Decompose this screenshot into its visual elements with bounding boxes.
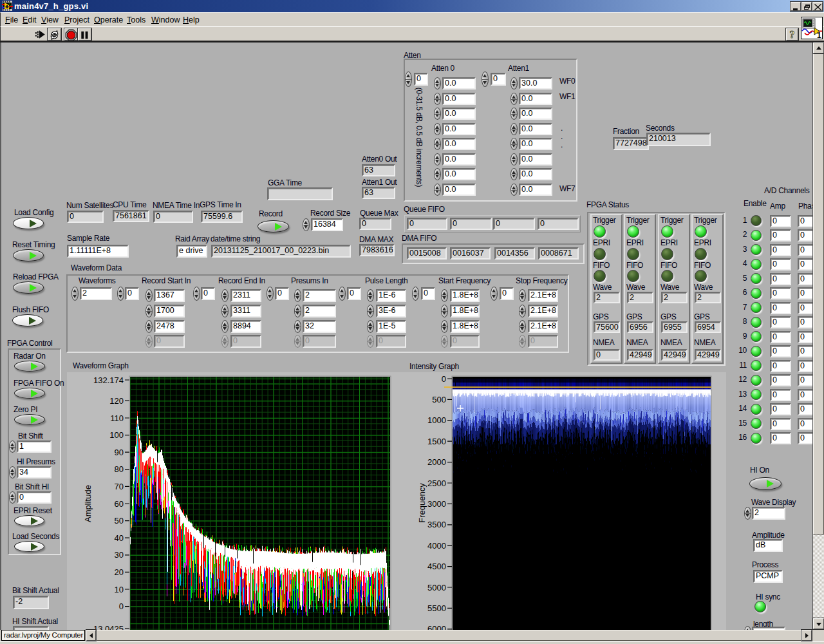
svg-text:0: 0 (119, 601, 124, 611)
svg-text:1500: 1500 (427, 437, 446, 446)
svg-text:60: 60 (115, 499, 124, 509)
svg-text:Frequency: Frequency (417, 483, 427, 523)
svg-text:2000: 2000 (427, 457, 446, 467)
svg-text:10: 10 (115, 585, 124, 594)
svg-text:4000: 4000 (427, 541, 446, 551)
svg-text:20: 20 (115, 567, 124, 577)
svg-text:Amplitude: Amplitude (83, 485, 93, 522)
svg-text:0: 0 (442, 374, 446, 384)
svg-text:80: 80 (115, 464, 124, 474)
svg-text:70: 70 (115, 482, 124, 491)
svg-text:?: ? (790, 29, 795, 40)
svg-text:1000: 1000 (427, 415, 446, 425)
svg-text:5500: 5500 (427, 603, 446, 613)
svg-text:110: 110 (110, 413, 124, 423)
svg-text:50: 50 (115, 516, 124, 526)
svg-text:2500: 2500 (427, 478, 446, 488)
svg-text:90: 90 (115, 448, 124, 457)
svg-text:120: 120 (109, 396, 124, 406)
svg-text:100: 100 (109, 430, 124, 440)
svg-text:4500: 4500 (427, 562, 446, 571)
svg-text:3000: 3000 (427, 499, 446, 509)
svg-text:5000: 5000 (427, 583, 446, 592)
svg-text:1: 1 (817, 31, 821, 39)
svg-text:132.174: 132.174 (93, 375, 124, 385)
svg-text:500: 500 (432, 395, 446, 404)
svg-text:3500: 3500 (427, 520, 446, 529)
svg-text:40: 40 (115, 533, 124, 543)
svg-text:30: 30 (115, 550, 124, 560)
